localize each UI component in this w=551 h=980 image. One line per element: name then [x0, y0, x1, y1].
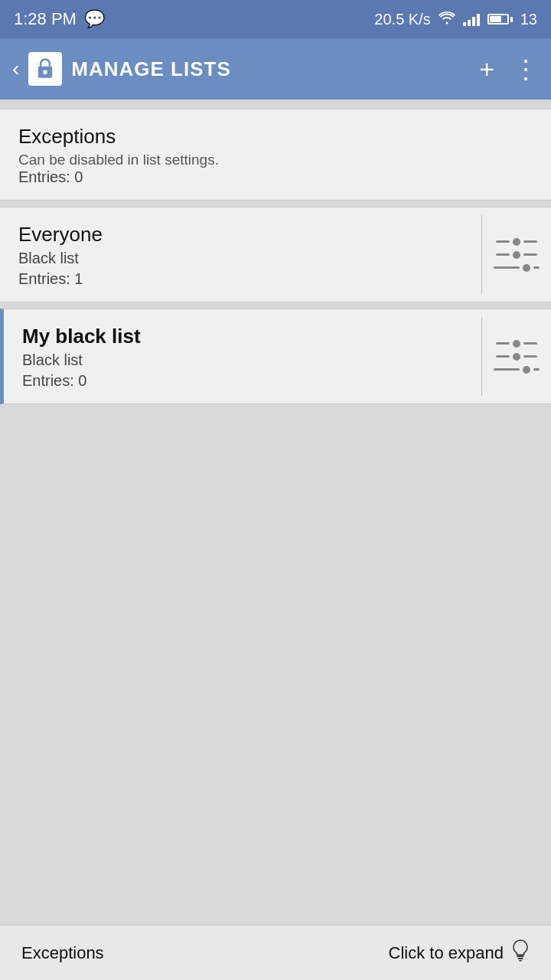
list-item-name: My black list [22, 325, 466, 348]
status-bar: 1:28 PM 💬 20.5 K/s 13 [0, 0, 551, 38]
list-item[interactable]: My black list Black list Entries: 0 [0, 309, 551, 404]
svg-rect-4 [519, 960, 522, 962]
list-item-entries: Entries: 1 [18, 270, 466, 288]
svg-rect-1 [44, 70, 47, 74]
status-right: 20.5 K/s 13 [374, 11, 537, 28]
list-item[interactable]: Everyone Black list Entries: 1 [0, 207, 551, 302]
list-item-name: Exceptions [18, 125, 536, 149]
bottom-right[interactable]: Click to expand [389, 939, 530, 967]
list-item-entries: Entries: 0 [18, 168, 536, 186]
click-to-expand-label: Click to expand [389, 943, 504, 963]
app-bar-title: MANAGE LISTS [71, 57, 230, 81]
list-content: Exceptions Can be disabled in list setti… [0, 100, 551, 925]
list-item-type: Black list [22, 351, 466, 369]
message-icon: 💬 [84, 9, 105, 29]
settings-button[interactable] [482, 309, 551, 403]
app-icon [28, 52, 62, 86]
svg-rect-3 [518, 958, 523, 959]
list-item-entries: Entries: 0 [22, 372, 466, 390]
app-bar-left: ‹ MANAGE LISTS [12, 52, 231, 86]
battery-number: 13 [520, 11, 537, 28]
battery-icon [487, 14, 513, 24]
list-item-subtitle: Can be disabled in list settings. [18, 152, 536, 168]
app-bar-actions: + ⋮ [479, 56, 539, 82]
settings-button[interactable] [482, 207, 551, 302]
back-icon[interactable]: ‹ [12, 57, 19, 81]
app-bar: ‹ MANAGE LISTS + ⋮ [0, 38, 551, 100]
list-item-exceptions: Exceptions Can be disabled in list setti… [0, 109, 551, 200]
list-item-type: Black list [18, 250, 466, 267]
status-left: 1:28 PM 💬 [14, 9, 105, 29]
bottom-bar: Exceptions Click to expand [0, 925, 551, 980]
list-item-my-black-list: My black list Black list Entries: 0 [4, 309, 481, 403]
lightbulb-icon [511, 939, 530, 967]
wifi-icon [439, 11, 455, 28]
svg-rect-2 [517, 956, 524, 957]
list-item[interactable]: Exceptions Can be disabled in list setti… [0, 109, 551, 201]
more-options-button[interactable]: ⋮ [513, 56, 539, 82]
bottom-exceptions-label: Exceptions [21, 943, 104, 963]
sliders-icon [494, 238, 540, 272]
network-speed: 20.5 K/s [374, 11, 430, 28]
add-list-button[interactable]: + [479, 56, 494, 82]
list-item-name: Everyone [18, 223, 466, 247]
sliders-icon [494, 340, 540, 374]
status-time: 1:28 PM [14, 9, 77, 29]
signal-icon [463, 12, 480, 26]
list-item-everyone: Everyone Black list Entries: 1 [0, 207, 481, 302]
